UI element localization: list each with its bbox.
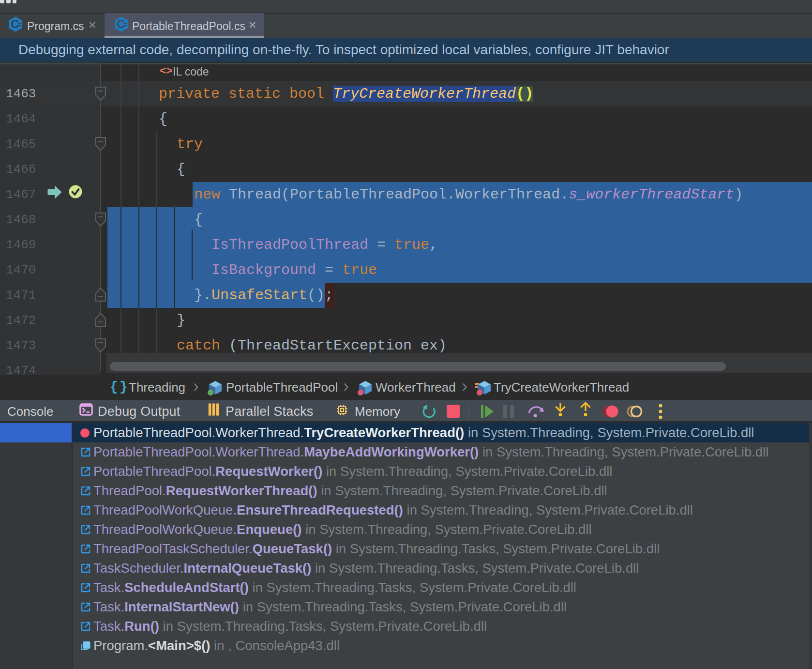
svg-text:C: C [117, 17, 125, 30]
svg-text:C: C [11, 17, 19, 30]
